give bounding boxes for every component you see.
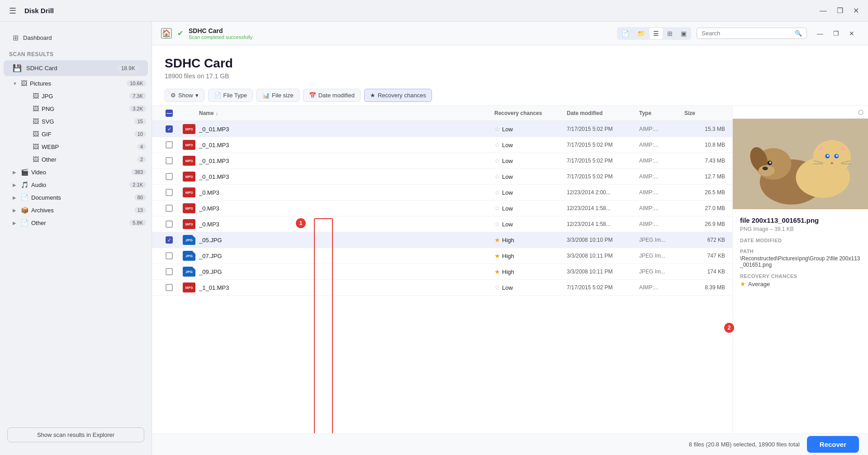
maximize-btn[interactable]: ❐	[829, 28, 844, 39]
row-checkbox-col	[159, 284, 179, 291]
file-size-filter-button[interactable]: 📊 File size	[256, 89, 299, 102]
row-size-col: 747 KB	[684, 253, 725, 259]
other-pictures-label: Other	[42, 156, 134, 163]
badge-circle-2: 2	[724, 323, 734, 333]
close-button[interactable]: ✕	[849, 5, 863, 17]
table-wrap: — Name ↓ Recovery chances Date modified …	[152, 106, 868, 433]
window-controls-bar: — ❐ ✕	[812, 28, 859, 39]
preview-recovery-label: Recovery chances	[740, 273, 861, 279]
row-checkbox[interactable]	[166, 284, 173, 291]
table-row: MP3_0_01.MP3☆Low7/17/2015 5:02 PMAIMP:..…	[152, 137, 732, 153]
row-size-col: 26.9 MB	[684, 221, 725, 227]
status-check-icon: ✔	[177, 29, 183, 38]
table-section: — Name ↓ Recovery chances Date modified …	[152, 106, 732, 433]
recovery-chances-filter-button[interactable]: ★ Recovery chances	[364, 89, 432, 102]
view-grid-button[interactable]: ⊞	[664, 28, 676, 39]
app-container: ⊞ Dashboard Scan results 💾 SDHC Card 18.…	[0, 22, 868, 455]
badge-1: 1	[296, 218, 306, 228]
close-btn[interactable]: ✕	[844, 28, 859, 39]
sidebar-item-svg[interactable]: 🖼 SVG 15	[24, 115, 152, 128]
row-size-col: 10.8 MB	[684, 142, 725, 148]
row-checkbox[interactable]	[166, 252, 173, 259]
sidebar-item-documents[interactable]: ▶ 📄 Documents 80	[0, 191, 152, 204]
row-name-col: _09.JPG	[199, 268, 494, 275]
home-button[interactable]: 🏠	[161, 28, 172, 38]
row-recovery-col: ☆Low	[494, 157, 567, 164]
pictures-label: Pictures	[30, 80, 124, 87]
sidebar-tree: ▼ 🖼 Pictures 10.6K 🖼 JPG 7.3K 🖼 PNG 3.2K	[0, 77, 152, 422]
date-modified-filter-button[interactable]: 📅 Date modified	[303, 89, 360, 102]
main-content: 🏠 ✔ SDHC Card Scan completed successfull…	[152, 22, 868, 455]
sidebar-item-webp[interactable]: 🖼 WEBP 4	[24, 140, 152, 153]
row-date-col: 3/3/2008 10:11 PM	[567, 253, 639, 259]
row-file-icon-col: JPG	[179, 267, 199, 277]
file-size-label: File size	[272, 92, 294, 99]
sidebar-item-jpg[interactable]: 🖼 JPG 7.3K	[24, 90, 152, 102]
table-row: MP3_0_01.MP3☆Low7/17/2015 5:02 PMAIMP:..…	[152, 169, 732, 185]
minimize-button[interactable]: —	[816, 5, 830, 17]
pictures-count: 10.6K	[127, 80, 146, 86]
row-checkbox[interactable]	[166, 141, 173, 148]
show-chevron-icon: ▾	[195, 92, 199, 99]
view-panel-button[interactable]: ▣	[677, 28, 690, 39]
name-col-label: Name	[199, 110, 214, 116]
webp-icon: 🖼	[33, 143, 39, 150]
table-row: MP3_0_01.MP3☆Low7/17/2015 5:02 PMAIMP:..…	[152, 153, 732, 169]
sidebar-item-archives[interactable]: ▶ 📦 Archives 13	[0, 204, 152, 216]
row-checkbox-col	[159, 141, 179, 148]
row-date-col: 7/17/2015 5:02 PM	[567, 142, 639, 148]
recovery-star: ☆	[494, 125, 500, 133]
sdhc-label: SDHC Card	[26, 65, 113, 72]
show-filter-button[interactable]: ⚙ Show ▾	[165, 89, 204, 102]
mp3-icon: MP3	[183, 140, 195, 150]
file-type-filter-button[interactable]: 📄 File Type	[208, 89, 253, 102]
view-list-button[interactable]: ☰	[650, 28, 663, 39]
sidebar-item-pictures[interactable]: ▼ 🖼 Pictures 10.6K	[0, 77, 152, 90]
maximize-button[interactable]: ❐	[833, 5, 847, 17]
preview-filename: file 200x113_001651.png	[740, 216, 861, 224]
row-type-col: AIMP:...	[639, 158, 684, 164]
recovery-star: ☆	[494, 284, 500, 291]
row-checkbox[interactable]	[166, 189, 173, 196]
sidebar-item-other[interactable]: ▶ 📄 Other 5.8K	[0, 216, 152, 229]
row-recovery-col: ☆Low	[494, 141, 567, 148]
view-file-button[interactable]: 📄	[618, 28, 633, 39]
documents-count: 80	[134, 194, 146, 201]
select-all-checkbox[interactable]: —	[166, 110, 173, 117]
minimize-btn[interactable]: —	[812, 28, 828, 39]
table-row: MP3_0.MP3☆Low12/23/2014 1:58...AIMP:...2…	[152, 201, 732, 216]
sidebar-item-other-pictures[interactable]: 🖼 Other 2	[24, 153, 152, 166]
recover-button[interactable]: Recover	[807, 436, 859, 453]
row-file-icon-col: MP3	[179, 140, 199, 150]
menu-icon[interactable]: ☰	[5, 4, 20, 18]
view-folder-button[interactable]: 📁	[634, 28, 649, 39]
row-size-col: 174 KB	[684, 268, 725, 275]
sidebar-item-audio[interactable]: ▶ 🎵 Audio 2.1K	[0, 178, 152, 191]
page-title: SDHC Card	[165, 56, 855, 71]
sidebar-item-video[interactable]: ▶ 🎬 Video 383	[0, 166, 152, 178]
sidebar-item-gif[interactable]: 🖼 GIF 10	[24, 128, 152, 140]
row-checkbox[interactable]: ✓	[166, 236, 173, 244]
header-date: Date modified	[567, 110, 639, 116]
sidebar-item-png[interactable]: 🖼 PNG 3.2K	[24, 102, 152, 115]
device-name: SDHC Card	[189, 27, 252, 34]
preview-recovery-field: Recovery chances ★ Average	[740, 273, 861, 287]
row-checkbox[interactable]	[166, 220, 173, 228]
row-checkbox[interactable]	[166, 268, 173, 275]
row-checkbox[interactable]	[166, 157, 173, 164]
row-checkbox[interactable]	[166, 173, 173, 180]
svg-point-17	[836, 155, 838, 157]
sort-icon: ↓	[216, 110, 218, 116]
recovery-text: Low	[502, 158, 513, 164]
row-checkbox[interactable]: ✓	[166, 125, 173, 133]
row-filename: _0.MP3	[199, 205, 219, 212]
row-checkbox[interactable]	[166, 205, 173, 212]
file-type-icon: 📄	[214, 92, 221, 99]
expand-preview-button[interactable]: ⬡	[858, 109, 863, 116]
sidebar-item-sdhc[interactable]: 💾 SDHC Card 18.9K	[4, 60, 148, 76]
other-label: Other	[31, 220, 127, 226]
search-input[interactable]	[702, 30, 792, 37]
preview-path-field: Path \Reconstructed\Pictures\png\Group 2…	[740, 249, 861, 268]
show-in-explorer-button[interactable]: Show scan results in Explorer	[7, 427, 144, 442]
sidebar-item-dashboard[interactable]: ⊞ Dashboard	[4, 30, 148, 46]
